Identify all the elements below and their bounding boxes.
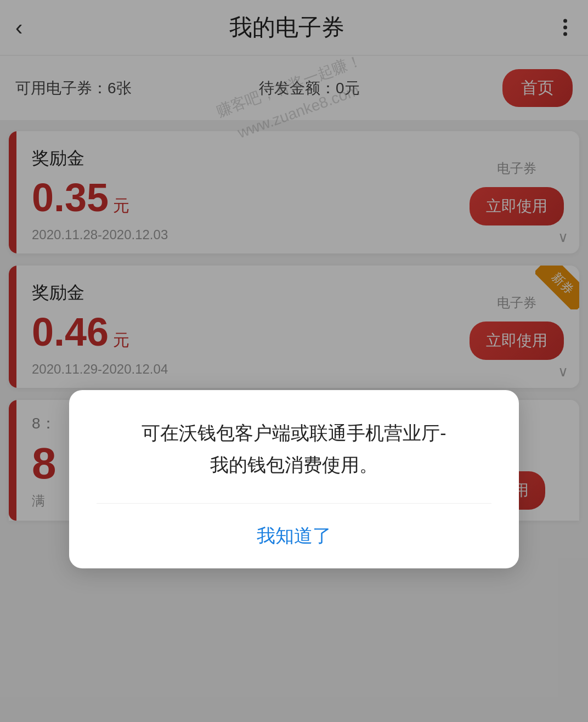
- modal-overlay: 可在沃钱包客户端或联通手机营业厅-我的钱包消费使用。 我知道了: [0, 0, 588, 722]
- modal-message: 可在沃钱包客户端或联通手机营业厅-我的钱包消费使用。: [142, 422, 446, 475]
- modal-box: 可在沃钱包客户端或联通手机营业厅-我的钱包消费使用。 我知道了: [69, 390, 519, 568]
- modal-content-text: 可在沃钱包客户端或联通手机营业厅-我的钱包消费使用。: [97, 418, 491, 504]
- modal-confirm-button[interactable]: 我知道了: [97, 504, 491, 568]
